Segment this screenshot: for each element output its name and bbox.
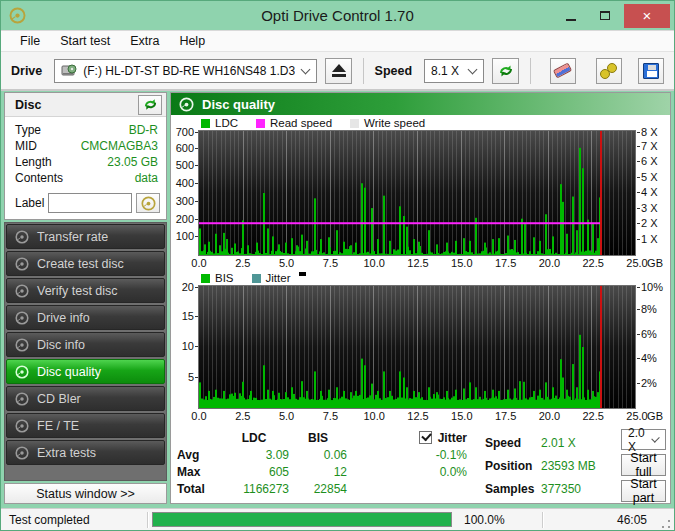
- content-area: Disc TypeBD-R MIDCMCMAGBA3 Length23.05 G…: [1, 91, 674, 506]
- statusbar-separator: [147, 512, 148, 528]
- title-bar: Opti Drive Control 1.70 ×: [1, 1, 674, 30]
- drive-icon: [61, 63, 77, 79]
- bis-plot: [198, 285, 636, 409]
- total-bis-value: 22854: [289, 482, 347, 496]
- menu-start-test[interactable]: Start test: [51, 32, 119, 50]
- position-stat-value: 23593 MB: [541, 459, 611, 473]
- disc-icon: [141, 196, 156, 211]
- menu-help[interactable]: Help: [170, 32, 214, 50]
- ldc-speed-axis: 8 X 7 X 6 X 5 X 4 X 3 X 2 X 1 X: [636, 130, 670, 254]
- run-info: Speed 2.01 X Position 23593 MB Samples 3…: [485, 431, 611, 503]
- x-axis-unit: GB: [647, 410, 663, 422]
- ldc-chart-legend: LDC Read speed Write speed: [171, 116, 670, 130]
- disc-icon: [15, 419, 29, 433]
- drive-label: Drive: [11, 64, 42, 78]
- position-stat-label: Position: [485, 459, 541, 473]
- total-row-label: Total: [177, 482, 219, 496]
- sidebar-item-drive-info[interactable]: Drive info: [6, 305, 165, 330]
- chevron-down-icon: [468, 64, 478, 74]
- read-speed-legend-swatch: [256, 119, 265, 128]
- save-icon: [643, 63, 659, 79]
- disc-label-input[interactable]: [48, 193, 132, 213]
- disc-icon: [15, 230, 29, 244]
- status-text: Test completed: [1, 509, 147, 530]
- ldc-x-axis: 0.0 2.5 5.0 7.5 10.0 12.5 15.0 17.5 20.0…: [199, 256, 637, 270]
- eject-button[interactable]: [325, 58, 351, 84]
- close-icon: ×: [643, 7, 652, 24]
- main-panel: Disc quality LDC Read speed Write speed …: [170, 92, 671, 504]
- maximize-button[interactable]: [590, 5, 620, 27]
- progress-percent: 100.0%: [456, 509, 542, 530]
- sidebar-item-fe-te[interactable]: FE / TE: [6, 413, 165, 438]
- disc-row-length: Length23.05 GB: [15, 154, 158, 170]
- resize-grip[interactable]: [661, 519, 671, 529]
- status-window-button[interactable]: Status window >>: [4, 483, 167, 504]
- test-speed-value: 2.0 X: [628, 426, 647, 454]
- erase-disc-button[interactable]: [550, 58, 576, 84]
- ldc-column-header: LDC: [219, 431, 289, 445]
- save-button[interactable]: [638, 58, 664, 84]
- tools-button[interactable]: [596, 58, 622, 84]
- minimize-button[interactable]: [556, 5, 586, 27]
- ldc-legend-label: LDC: [215, 117, 238, 129]
- start-part-button[interactable]: Start part: [621, 480, 666, 502]
- disc-icon: [15, 311, 29, 325]
- sidebar-item-disc-info[interactable]: Disc info: [6, 332, 165, 357]
- write-label-button[interactable]: [136, 193, 160, 213]
- progress-bar: [152, 512, 452, 527]
- jitter-legend-swatch: [252, 274, 261, 283]
- stats-table: LDC BIS Jitter Avg 3.09 0.06 -0.1% Max 6…: [177, 429, 467, 503]
- sidebar-item-disc-quality[interactable]: Disc quality: [6, 359, 165, 384]
- test-speed-select[interactable]: 2.0 X: [621, 429, 666, 450]
- drive-select[interactable]: (F:) HL-DT-ST BD-RE WH16NS48 1.D3: [54, 59, 317, 83]
- maximize-icon: [600, 11, 610, 20]
- refresh-icon: [143, 97, 158, 112]
- ldc-plot: [198, 130, 636, 256]
- drive-select-value: (F:) HL-DT-ST BD-RE WH16NS48 1.D3: [83, 64, 295, 78]
- speed-select[interactable]: 8.1 X: [424, 59, 484, 83]
- max-bis-value: 12: [289, 465, 347, 479]
- sidebar-item-create-test-disc[interactable]: Create test disc: [6, 251, 165, 276]
- page-header: Disc quality: [171, 93, 670, 115]
- ldc-legend-swatch: [201, 119, 210, 128]
- stats-panel: LDC BIS Jitter Avg 3.09 0.06 -0.1% Max 6…: [171, 423, 670, 503]
- refresh-icon: [498, 63, 514, 79]
- x-axis-unit: GB: [647, 257, 663, 269]
- minimize-icon: [566, 19, 576, 21]
- disc-info-panel: Disc TypeBD-R MIDCMCMAGBA3 Length23.05 G…: [4, 92, 167, 220]
- refresh-disc-button[interactable]: [138, 95, 162, 115]
- write-speed-legend-label: Write speed: [364, 117, 425, 129]
- sidebar-item-cd-bler[interactable]: CD Bler: [6, 386, 165, 411]
- bis-legend-label: BIS: [215, 272, 234, 284]
- speed-select-value: 8.1 X: [431, 64, 459, 78]
- jitter-column-header: Jitter: [438, 431, 467, 445]
- disc-icon: [179, 97, 194, 112]
- total-ldc-value: 1166273: [219, 482, 289, 496]
- sidebar: Transfer rate Create test disc Verify te…: [4, 222, 167, 481]
- sidebar-item-extra-tests[interactable]: Extra tests: [6, 440, 165, 465]
- disc-row-contents: Contentsdata: [15, 170, 158, 186]
- disc-icon: [15, 338, 29, 352]
- app-window: Opti Drive Control 1.70 × File Start tes…: [0, 0, 675, 531]
- disc-length-value: 23.05 GB: [107, 155, 158, 169]
- start-full-button[interactable]: Start full: [621, 454, 666, 476]
- jitter-checkbox[interactable]: [419, 431, 432, 444]
- toolbar-separator: [530, 58, 531, 84]
- menu-file[interactable]: File: [11, 32, 49, 50]
- disc-type-value: BD-R: [129, 123, 158, 137]
- eraser-icon: [553, 63, 572, 79]
- menu-extra[interactable]: Extra: [121, 32, 168, 50]
- page-title: Disc quality: [202, 97, 275, 112]
- progress-fill: [153, 513, 451, 526]
- bis-legend-swatch: [201, 274, 210, 283]
- disc-icon: [15, 284, 29, 298]
- sidebar-item-verify-test-disc[interactable]: Verify test disc: [6, 278, 165, 303]
- write-speed-legend-swatch: [350, 119, 359, 128]
- status-bar: Test completed 100.0% 46:05: [1, 508, 674, 530]
- disc-row-type: TypeBD-R: [15, 122, 158, 138]
- refresh-speed-button[interactable]: [492, 58, 518, 84]
- close-button[interactable]: ×: [624, 4, 670, 28]
- eject-icon: [332, 64, 346, 77]
- test-controls: 2.0 X Start full Start part: [621, 429, 666, 503]
- sidebar-item-transfer-rate[interactable]: Transfer rate: [6, 224, 165, 249]
